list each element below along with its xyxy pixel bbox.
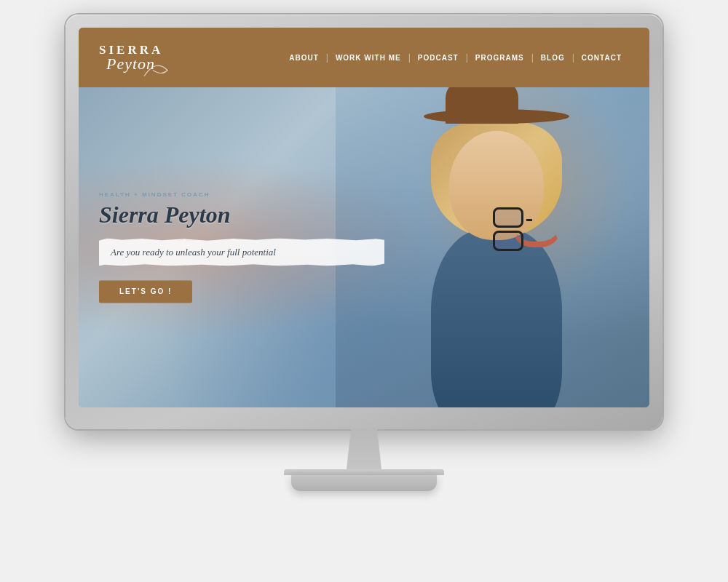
nav-link-contact[interactable]: CONTACT	[574, 54, 629, 62]
hero-content: HEALTH + MINDSET COACH Sierra Peyton Are…	[99, 191, 384, 303]
hero-name: Sierra Peyton	[99, 202, 384, 228]
monitor-bezel: SIERRA Peyton ABOUT	[66, 15, 662, 429]
nav-link-work-with-me[interactable]: WORK WITH ME	[328, 54, 408, 62]
face	[449, 131, 544, 240]
monitor-base-top	[284, 469, 444, 475]
nav-link-blog[interactable]: BLOG	[534, 54, 572, 62]
logo-area: SIERRA Peyton	[99, 44, 163, 72]
main-nav: ABOUT | WORK WITH ME | PODCAST	[282, 52, 629, 63]
nav-link-podcast[interactable]: PODCAST	[411, 54, 466, 62]
cta-button[interactable]: LET'S GO !	[99, 281, 192, 303]
glasses-right-lens	[493, 231, 523, 251]
glasses-left-lens	[493, 207, 523, 228]
nav-link-about[interactable]: ABOUT	[282, 54, 326, 62]
scene: SIERRA Peyton ABOUT	[36, 15, 692, 567]
nav-item-work-with-me[interactable]: WORK WITH ME	[328, 54, 408, 62]
screen-area: SIERRA Peyton ABOUT	[79, 28, 649, 407]
nav-item-podcast[interactable]: PODCAST	[411, 54, 466, 62]
logo-swirl-icon	[141, 61, 170, 79]
nav-links: ABOUT | WORK WITH ME | PODCAST	[282, 52, 629, 63]
nav-item-about[interactable]: ABOUT	[282, 54, 326, 62]
glasses	[493, 207, 544, 254]
site-header: SIERRA Peyton ABOUT	[79, 28, 649, 87]
hat-crown	[446, 87, 518, 124]
glasses-bridge	[526, 219, 532, 221]
torn-paper-banner: Are you ready to unleash your full poten…	[99, 239, 384, 266]
hero-tagline: HEALTH + MINDSET COACH	[99, 191, 384, 198]
nav-item-programs[interactable]: PROGRAMS	[468, 54, 531, 62]
hero-subheadline: Are you ready to unleash your full poten…	[111, 247, 276, 258]
nav-item-contact[interactable]: CONTACT	[574, 54, 629, 62]
nav-link-programs[interactable]: PROGRAMS	[468, 54, 531, 62]
person-figure	[409, 95, 628, 407]
nav-item-blog[interactable]: BLOG	[534, 54, 572, 62]
monitor-base	[291, 475, 437, 491]
logo-line1: SIERRA	[99, 44, 163, 56]
hero-section: HEALTH + MINDSET COACH Sierra Peyton Are…	[79, 87, 649, 407]
body-shape	[431, 229, 562, 407]
monitor-shell: SIERRA Peyton ABOUT	[66, 15, 662, 429]
website: SIERRA Peyton ABOUT	[79, 28, 649, 407]
monitor-neck	[342, 429, 386, 469]
